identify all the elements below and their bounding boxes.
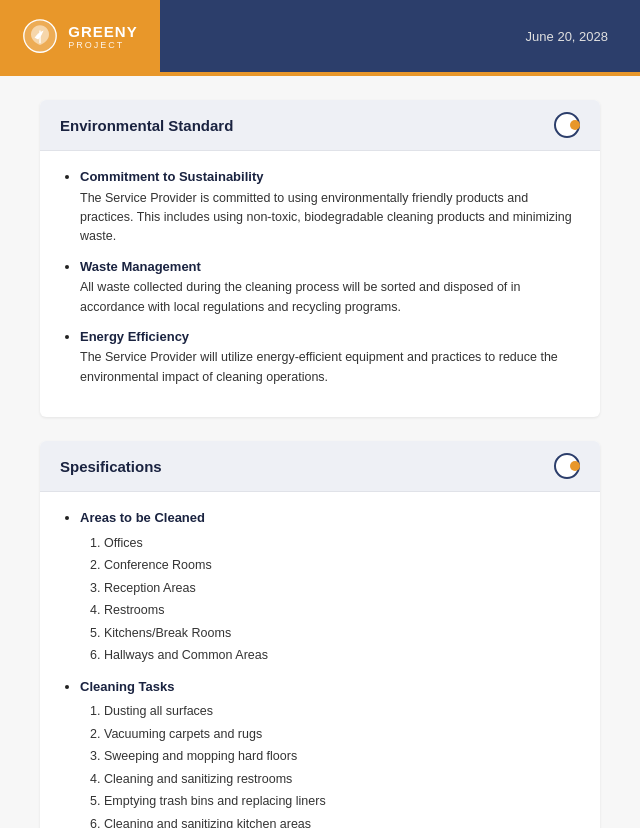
- specifications-list: Areas to be Cleaned Offices Conference R…: [60, 508, 580, 828]
- list-item: Energy Efficiency The Service Provider w…: [80, 327, 580, 387]
- environmental-standard-title: Environmental Standard: [60, 117, 233, 134]
- main-content: Environmental Standard Commitment to Sus…: [0, 76, 640, 828]
- item-desc: All waste collected during the cleaning …: [80, 278, 580, 317]
- areas-title: Areas to be Cleaned: [80, 508, 580, 528]
- tasks-sublist: Dusting all surfaces Vacuuming carpets a…: [80, 700, 580, 828]
- environmental-standard-card: Environmental Standard Commitment to Sus…: [40, 100, 600, 417]
- list-item: Waste Management All waste collected dur…: [80, 257, 580, 317]
- list-item: Cleaning Tasks Dusting all surfaces Vacu…: [80, 677, 580, 828]
- item-desc: The Service Provider will utilize energy…: [80, 348, 580, 387]
- header-date: June 20, 2028: [160, 0, 640, 72]
- environmental-standard-body: Commitment to Sustainability The Service…: [40, 151, 600, 417]
- list-item: Sweeping and mopping hard floors: [104, 745, 580, 768]
- logo-subtitle: PROJECT: [68, 40, 137, 50]
- list-item: Vacuuming carpets and rugs: [104, 723, 580, 746]
- list-item: Restrooms: [104, 599, 580, 622]
- list-item: Dusting all surfaces: [104, 700, 580, 723]
- list-item: Offices: [104, 532, 580, 555]
- tasks-title: Cleaning Tasks: [80, 677, 580, 697]
- logo-text: GREENY PROJECT: [68, 23, 137, 50]
- list-item: Reception Areas: [104, 577, 580, 600]
- specifications-body: Areas to be Cleaned Offices Conference R…: [40, 492, 600, 828]
- list-item: Hallways and Common Areas: [104, 644, 580, 667]
- list-item: Conference Rooms: [104, 554, 580, 577]
- list-item: Cleaning and sanitizing restrooms: [104, 768, 580, 791]
- specifications-header: Spesifications: [40, 441, 600, 492]
- item-desc: The Service Provider is committed to usi…: [80, 189, 580, 247]
- page-header: GREENY PROJECT June 20, 2028: [0, 0, 640, 72]
- areas-sublist: Offices Conference Rooms Reception Areas…: [80, 532, 580, 667]
- logo-title: GREENY: [68, 23, 137, 40]
- specifications-title: Spesifications: [60, 458, 162, 475]
- list-item: Areas to be Cleaned Offices Conference R…: [80, 508, 580, 667]
- specifications-card: Spesifications Areas to be Cleaned Offic…: [40, 441, 600, 828]
- item-title: Energy Efficiency: [80, 327, 580, 347]
- toggle-icon-spec[interactable]: [554, 453, 580, 479]
- logo-block: GREENY PROJECT: [0, 0, 160, 72]
- list-item: Kitchens/Break Rooms: [104, 622, 580, 645]
- list-item: Cleaning and sanitizing kitchen areas: [104, 813, 580, 828]
- environmental-list: Commitment to Sustainability The Service…: [60, 167, 580, 387]
- item-title: Waste Management: [80, 257, 580, 277]
- list-item: Commitment to Sustainability The Service…: [80, 167, 580, 247]
- environmental-standard-header: Environmental Standard: [40, 100, 600, 151]
- toggle-icon-env[interactable]: [554, 112, 580, 138]
- item-title: Commitment to Sustainability: [80, 167, 580, 187]
- logo-icon: [22, 18, 58, 54]
- list-item: Emptying trash bins and replacing liners: [104, 790, 580, 813]
